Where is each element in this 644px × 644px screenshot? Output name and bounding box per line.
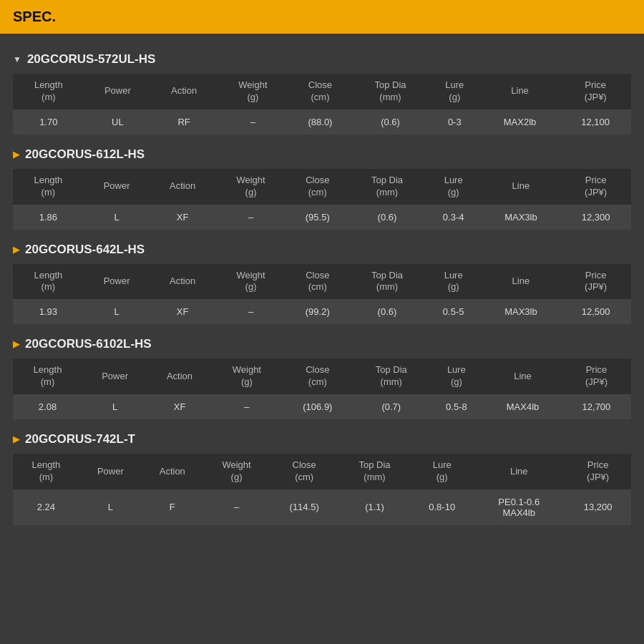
table-cell-0: 1.93: [13, 299, 84, 324]
table-cell-5: (0.7): [353, 394, 429, 419]
rod-title-section-612l-hs[interactable]: ▶20GCORUS-612L-HS: [13, 147, 631, 162]
spec-table-section-6102l-hs: Length(m)PowerActionWeight(g)Close(cm)To…: [13, 358, 631, 419]
col-header-4: Close(cm): [286, 169, 348, 205]
table-cell-3: –: [217, 109, 289, 135]
spec-table-section-642l-hs: Length(m)PowerActionWeight(g)Close(cm)To…: [13, 264, 631, 325]
col-header-4: Close(cm): [289, 74, 352, 109]
spec-header: SPEC.: [0, 0, 644, 34]
table-cell-2: XF: [147, 394, 212, 419]
col-header-0: Length(m): [13, 454, 79, 489]
arrow-icon-section-612l-hs: ▶: [13, 150, 19, 160]
table-cell-4: (95.5): [286, 205, 348, 230]
arrow-icon-section-742l-t: ▶: [13, 434, 19, 444]
col-header-4: Close(cm): [282, 358, 353, 394]
col-header-4: Close(cm): [270, 454, 338, 489]
spec-title: SPEC.: [13, 9, 56, 24]
rod-name-section-572ul-hs: 20GCORUS-572UL-HS: [27, 52, 156, 67]
table-cell-1: L: [84, 299, 150, 324]
rod-name-section-742l-t: 20GCORUS-742L-T: [25, 432, 135, 447]
table-cell-2: XF: [150, 205, 215, 230]
col-header-2: Action: [142, 454, 203, 489]
table-cell-8: 12,700: [562, 394, 631, 419]
table-cell-5: (0.6): [348, 299, 426, 324]
table-cell-0: 2.24: [13, 489, 79, 525]
arrow-icon-section-642l-hs: ▶: [13, 245, 19, 255]
col-header-3: Weight(g): [217, 74, 289, 109]
col-header-0: Length(m): [13, 264, 84, 300]
col-header-2: Action: [151, 74, 217, 109]
table-cell-0: 1.70: [13, 109, 84, 135]
col-header-6: Lure(g): [429, 74, 480, 109]
rod-title-section-6102l-hs[interactable]: ▶20GCORUS-6102L-HS: [13, 337, 631, 351]
rod-section-section-6102l-hs: ▶20GCORUS-6102L-HSLength(m)PowerActionWe…: [13, 337, 631, 419]
table-cell-7: MAX4lb: [484, 394, 562, 419]
col-header-5: Top Dia(mm): [348, 264, 426, 300]
col-header-5: Top Dia(mm): [351, 74, 429, 109]
table-cell-7: MAX3lb: [482, 205, 561, 230]
col-header-1: Power: [84, 74, 152, 109]
table-row: 1.86LXF–(95.5)(0.6)0.3-4MAX3lb12,300: [13, 205, 631, 230]
rod-section-section-612l-hs: ▶20GCORUS-612L-HSLength(m)PowerActionWei…: [13, 147, 631, 230]
col-header-3: Weight(g): [215, 264, 287, 300]
table-cell-4: (88.0): [289, 109, 352, 135]
table-cell-1: L: [82, 394, 147, 419]
col-header-6: Lure(g): [411, 454, 473, 489]
col-header-5: Top Dia(mm): [348, 169, 426, 205]
table-cell-0: 1.86: [13, 205, 84, 230]
table-cell-8: 12,500: [560, 299, 631, 324]
col-header-1: Power: [82, 358, 147, 394]
table-row: 2.08LXF–(106.9)(0.7)0.5-8MAX4lb12,700: [13, 394, 631, 419]
spec-table-section-612l-hs: Length(m)PowerActionWeight(g)Close(cm)To…: [13, 169, 631, 230]
table-cell-0: 2.08: [13, 394, 82, 419]
arrow-icon-section-572ul-hs: ▼: [13, 54, 21, 64]
col-header-1: Power: [84, 169, 150, 205]
spec-container: ▼20GCORUS-572UL-HSLength(m)PowerActionWe…: [0, 34, 644, 538]
arrow-icon-section-6102l-hs: ▶: [13, 339, 19, 349]
rod-title-section-742l-t[interactable]: ▶20GCORUS-742L-T: [13, 432, 631, 447]
table-cell-1: UL: [84, 109, 152, 135]
table-cell-6: 0.8-10: [411, 489, 473, 525]
table-cell-5: (0.6): [351, 109, 429, 135]
table-cell-3: –: [215, 205, 287, 230]
rod-name-section-6102l-hs: 20GCORUS-6102L-HS: [25, 337, 152, 351]
col-header-2: Action: [150, 169, 215, 205]
table-cell-3: –: [215, 299, 287, 324]
col-header-0: Length(m): [13, 74, 84, 109]
col-header-1: Power: [84, 264, 150, 300]
table-cell-8: 12,300: [560, 205, 631, 230]
table-cell-5: (1.1): [338, 489, 411, 525]
table-row: 1.93LXF–(99.2)(0.6)0.5-5MAX3lb12,500: [13, 299, 631, 324]
col-header-7: Line: [473, 454, 565, 489]
col-header-3: Weight(g): [212, 358, 282, 394]
spec-table-section-742l-t: Length(m)PowerActionWeight(g)Close(cm)To…: [13, 454, 631, 525]
col-header-7: Line: [484, 358, 562, 394]
rod-title-section-642l-hs[interactable]: ▶20GCORUS-642L-HS: [13, 243, 631, 257]
table-cell-3: –: [203, 489, 270, 525]
table-cell-4: (99.2): [286, 299, 348, 324]
col-header-3: Weight(g): [203, 454, 270, 489]
col-header-7: Line: [482, 264, 561, 300]
table-cell-2: XF: [150, 299, 215, 324]
col-header-0: Length(m): [13, 358, 82, 394]
col-header-2: Action: [147, 358, 212, 394]
rod-section-section-742l-t: ▶20GCORUS-742L-TLength(m)PowerActionWeig…: [13, 432, 631, 525]
table-cell-4: (106.9): [282, 394, 353, 419]
table-cell-8: 13,200: [565, 489, 631, 525]
col-header-8: Price(JP¥): [560, 169, 631, 205]
table-cell-6: 0.5-8: [429, 394, 484, 419]
col-header-7: Line: [482, 169, 561, 205]
col-header-7: Line: [480, 74, 560, 109]
table-cell-5: (0.6): [348, 205, 426, 230]
table-cell-8: 12,100: [560, 109, 631, 135]
col-header-1: Power: [79, 454, 142, 489]
table-cell-6: 0-3: [429, 109, 480, 135]
col-header-6: Lure(g): [429, 358, 484, 394]
table-row: 1.70ULRF–(88.0)(0.6)0-3MAX2lb12,100: [13, 109, 631, 135]
rod-title-section-572ul-hs[interactable]: ▼20GCORUS-572UL-HS: [13, 52, 631, 67]
table-cell-7: MAX2lb: [480, 109, 560, 135]
col-header-5: Top Dia(mm): [353, 358, 429, 394]
table-cell-6: 0.5-5: [426, 299, 482, 324]
table-cell-2: F: [142, 489, 203, 525]
col-header-6: Lure(g): [426, 169, 482, 205]
table-cell-7: PE0.1-0.6MAX4lb: [473, 489, 565, 525]
